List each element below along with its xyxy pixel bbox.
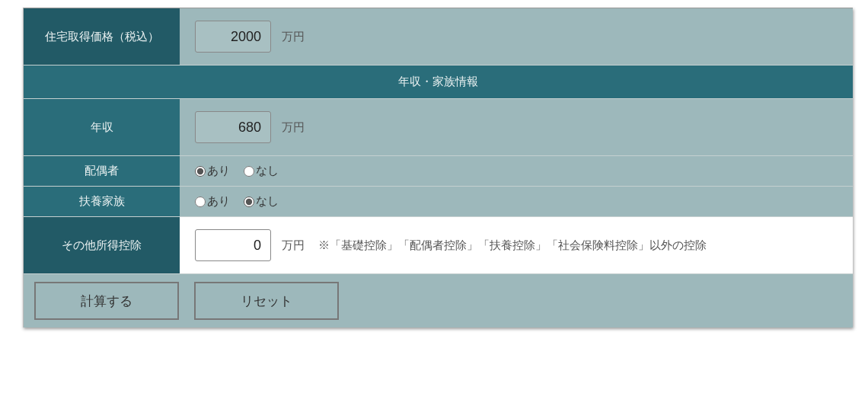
form-container: 住宅取得価格（税込） 万円 年収・家族情報 年収 万円 配偶者 あり なし <box>23 8 853 328</box>
value-cell-dependents: あり なし <box>180 187 853 216</box>
row-dependents: 扶養家族 あり なし <box>24 187 853 217</box>
value-cell-other-deduction: 万円 ※「基礎控除」「配偶者控除」「扶養控除」「社会保険料控除」以外の控除 <box>180 217 853 273</box>
reset-button[interactable]: リセット <box>194 282 339 320</box>
row-housing-price: 住宅取得価格（税込） 万円 <box>24 8 853 66</box>
unit-other-deduction: 万円 <box>282 238 305 253</box>
dependents-radio-group: あり なし <box>195 194 279 209</box>
unit-housing-price: 万円 <box>282 30 305 44</box>
value-cell-annual-income: 万円 <box>180 99 853 155</box>
spouse-option-no[interactable]: なし <box>244 164 279 178</box>
row-annual-income: 年収 万円 <box>24 99 853 156</box>
calculate-button[interactable]: 計算する <box>34 282 179 320</box>
note-other-deduction: ※「基礎控除」「配偶者控除」「扶養控除」「社会保険料控除」以外の控除 <box>318 238 707 253</box>
section-header-income-family: 年収・家族情報 <box>24 66 853 99</box>
label-annual-income: 年収 <box>24 99 180 155</box>
row-spouse: 配偶者 あり なし <box>24 156 853 187</box>
value-cell-housing-price: 万円 <box>180 8 853 65</box>
button-row: 計算する リセット <box>24 274 853 328</box>
dependents-option-yes[interactable]: あり <box>195 194 230 209</box>
dependents-radio-no[interactable] <box>244 196 254 207</box>
spouse-radio-yes[interactable] <box>195 166 206 177</box>
value-cell-spouse: あり なし <box>180 156 853 186</box>
other-deduction-input[interactable] <box>195 229 271 261</box>
annual-income-input[interactable] <box>195 111 271 143</box>
spouse-option-yes[interactable]: あり <box>195 164 230 178</box>
label-housing-price: 住宅取得価格（税込） <box>24 8 180 65</box>
spouse-radio-group: あり なし <box>195 164 279 178</box>
spouse-no-label: なし <box>256 164 279 178</box>
row-other-deduction: その他所得控除 万円 ※「基礎控除」「配偶者控除」「扶養控除」「社会保険料控除」… <box>24 217 853 274</box>
label-other-deduction: その他所得控除 <box>24 217 180 273</box>
spouse-yes-label: あり <box>207 164 230 178</box>
dependents-yes-label: あり <box>207 194 230 209</box>
dependents-option-no[interactable]: なし <box>244 194 279 209</box>
dependents-no-label: なし <box>256 194 279 209</box>
label-spouse: 配偶者 <box>24 156 180 186</box>
spouse-radio-no[interactable] <box>244 166 254 177</box>
dependents-radio-yes[interactable] <box>195 196 206 207</box>
label-dependents: 扶養家族 <box>24 187 180 216</box>
housing-price-input[interactable] <box>195 21 271 53</box>
unit-annual-income: 万円 <box>282 120 305 135</box>
